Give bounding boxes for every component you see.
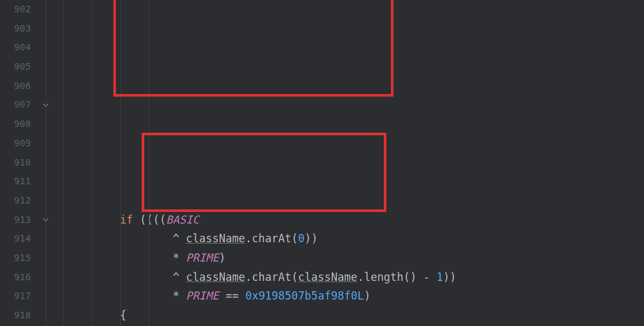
line-number: 908 [0, 115, 31, 134]
code-line[interactable]: ^ className.charAt(className.length() - … [54, 268, 644, 287]
code-line[interactable]: if ((((BASIC [54, 211, 644, 230]
fold-column[interactable] [40, 0, 52, 326]
line-number: 910 [0, 153, 31, 173]
line-number: 911 [0, 172, 31, 191]
line-number: 918 [0, 306, 31, 325]
code-editor[interactable]: 9029039049059069079089099109119129139149… [0, 0, 644, 326]
line-number: 904 [0, 38, 31, 57]
line-number: 914 [0, 229, 31, 249]
line-number: 903 [0, 19, 31, 39]
code-line[interactable]: * PRIME) [54, 249, 644, 268]
fold-handle-open-icon[interactable] [42, 101, 50, 109]
line-number: 906 [0, 77, 31, 96]
code-line[interactable]: ^ className.charAt(0)) [54, 229, 644, 249]
code-line[interactable]: { [54, 306, 644, 325]
line-number-gutter: 9029039049059069079089099109119129139149… [0, 0, 40, 326]
line-number: 907 [0, 95, 31, 115]
code-area[interactable]: if ((((BASIC ^ className.charAt(0)) * PR… [52, 0, 644, 326]
line-number: 905 [0, 57, 31, 77]
line-number: 909 [0, 134, 31, 153]
fold-handle-open-icon[interactable] [42, 216, 50, 224]
code-line[interactable]: * PRIME == 0x9198507b5af98f0L) [54, 287, 644, 306]
highlight-box-2 [142, 133, 386, 212]
line-number: 913 [0, 211, 31, 230]
line-number: 912 [0, 191, 31, 211]
line-number: 902 [0, 0, 31, 19]
line-number: 915 [0, 249, 31, 268]
line-number: 917 [0, 287, 31, 306]
line-number: 916 [0, 268, 31, 287]
highlight-box-1 [113, 0, 393, 97]
